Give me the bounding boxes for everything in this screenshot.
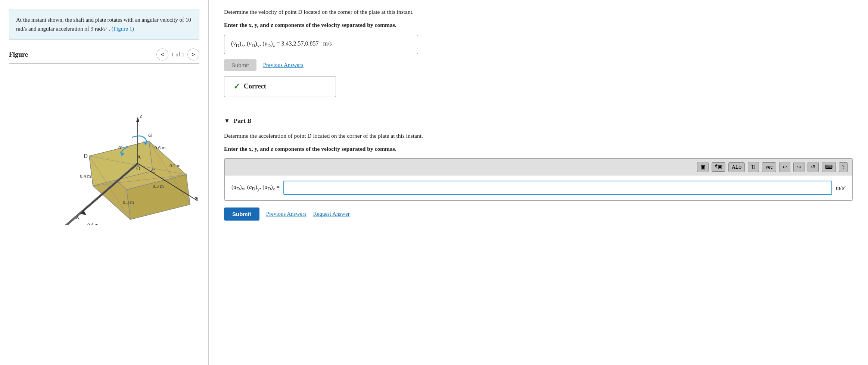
figure-image: z x y ω α — [9, 68, 199, 225]
svg-text:z: z — [140, 113, 142, 119]
help-icon: ? — [842, 164, 844, 170]
part-a-instruction: Enter the x, y, and z components of the … — [224, 21, 853, 29]
figure-svg: z x y ω α — [11, 68, 197, 225]
part-b-request-answer-link[interactable]: Request Answer — [313, 211, 350, 217]
figure-nav: < 1 of 1 > — [156, 49, 199, 60]
svg-text:0.3 m: 0.3 m — [153, 183, 164, 189]
part-b-instruction: Enter the x, y, and z components of the … — [224, 144, 853, 153]
part-a-submit-row: Submit Previous Answers — [224, 59, 853, 71]
arrows-icon: ⇅ — [751, 164, 756, 170]
block-icon: ▣ — [700, 164, 705, 170]
part-b-section: ▼ Part B Determine the acceleration of p… — [224, 117, 853, 221]
toolbar-alpha-sigma-button[interactable]: ΑΣφ — [728, 162, 745, 172]
part-b-previous-answers-link[interactable]: Previous Answers — [266, 211, 307, 217]
svg-text:0.6 m: 0.6 m — [155, 145, 166, 150]
root-icon: ∜▣ — [715, 164, 722, 170]
part-b-answer-input[interactable] — [283, 181, 832, 195]
svg-text:C: C — [151, 168, 155, 174]
figure-link[interactable]: (Figure 1) — [112, 26, 134, 32]
prev-figure-button[interactable]: < — [156, 49, 168, 60]
part-b-collapse-arrow[interactable]: ▼ — [224, 118, 230, 124]
alpha-sigma-icon: ΑΣφ — [732, 164, 741, 170]
svg-text:O: O — [136, 165, 140, 171]
part-b-bottom-row: Submit Previous Answers Request Answer — [224, 208, 853, 221]
part-b-input-wrapper: ▣ ∜▣ ΑΣφ ⇅ vec ↩ — [224, 158, 853, 201]
svg-text:ω: ω — [148, 131, 152, 138]
figure-title: Figure — [9, 51, 28, 59]
part-b-question: Determine the acceleration of point D lo… — [224, 131, 853, 140]
left-panel: At the instant shown, the shaft and plat… — [0, 0, 209, 365]
part-b-input-label: (aD)x, (aD)y, (aD)z = — [231, 184, 280, 192]
problem-description: At the instant shown, the shaft and plat… — [9, 9, 199, 40]
svg-marker-12 — [136, 117, 139, 122]
correct-checkmark-icon: ✓ — [233, 82, 240, 91]
svg-text:0.4 m: 0.4 m — [87, 222, 99, 225]
toolbar-arrows-button[interactable]: ⇅ — [748, 162, 759, 172]
toolbar-block-icon-button[interactable]: ▣ — [697, 162, 709, 172]
part-b-input-row: (aD)x, (aD)y, (aD)z = m/s² — [224, 175, 853, 200]
part-b-title: Part B — [234, 117, 252, 125]
part-b-submit-button[interactable]: Submit — [224, 208, 259, 221]
part-a-submit-button: Submit — [224, 59, 256, 71]
toolbar-help-button[interactable]: ? — [839, 162, 848, 172]
next-figure-button[interactable]: > — [187, 49, 199, 60]
part-a-previous-answers-link[interactable]: Previous Answers — [263, 62, 304, 68]
svg-text:0.2 m: 0.2 m — [169, 163, 181, 168]
part-b-header: ▼ Part B — [224, 117, 853, 125]
correct-label: Correct — [244, 82, 266, 90]
figure-header: Figure < 1 of 1 > — [9, 49, 199, 60]
svg-text:x: x — [76, 213, 79, 220]
toolbar-undo-button[interactable]: ↩ — [779, 162, 790, 172]
part-b-unit: m/s² — [836, 185, 846, 191]
svg-text:α: α — [118, 144, 122, 150]
undo-icon: ↩ — [783, 164, 787, 170]
part-a-answer-box: (vD)x, (vD)y, (vD)z = 3.43,2.57,0.857 m/… — [224, 35, 418, 54]
toolbar-redo-button[interactable]: ↪ — [793, 162, 805, 172]
part-a-section: Determine the velocity of point D locate… — [224, 7, 853, 106]
svg-text:A: A — [137, 154, 141, 160]
correct-box: ✓ Correct — [224, 76, 336, 97]
figure-counter: 1 of 1 — [171, 52, 184, 58]
svg-text:0.3 m: 0.3 m — [123, 199, 134, 205]
part-a-answer-text: (vD)x, (vD)y, (vD)z = 3.43,2.57,0.857 m/… — [231, 40, 332, 47]
toolbar-keyboard-button[interactable]: ⌨ — [822, 162, 836, 172]
keyboard-icon: ⌨ — [825, 164, 833, 170]
refresh-icon: ↺ — [811, 164, 815, 170]
toolbar-refresh-button[interactable]: ↺ — [808, 162, 819, 172]
right-panel: Determine the velocity of point D locate… — [209, 0, 868, 365]
part-a-question: Determine the velocity of point D locate… — [224, 7, 853, 16]
toolbar-vec-button[interactable]: vec — [762, 162, 776, 172]
svg-text:0.4 m: 0.4 m — [80, 173, 91, 179]
vec-icon: vec — [765, 164, 772, 170]
redo-icon: ↪ — [797, 164, 801, 170]
toolbar-root-icon-button[interactable]: ∜▣ — [712, 162, 725, 172]
input-toolbar: ▣ ∜▣ ΑΣφ ⇅ vec ↩ — [224, 159, 853, 175]
svg-text:D: D — [84, 153, 88, 159]
